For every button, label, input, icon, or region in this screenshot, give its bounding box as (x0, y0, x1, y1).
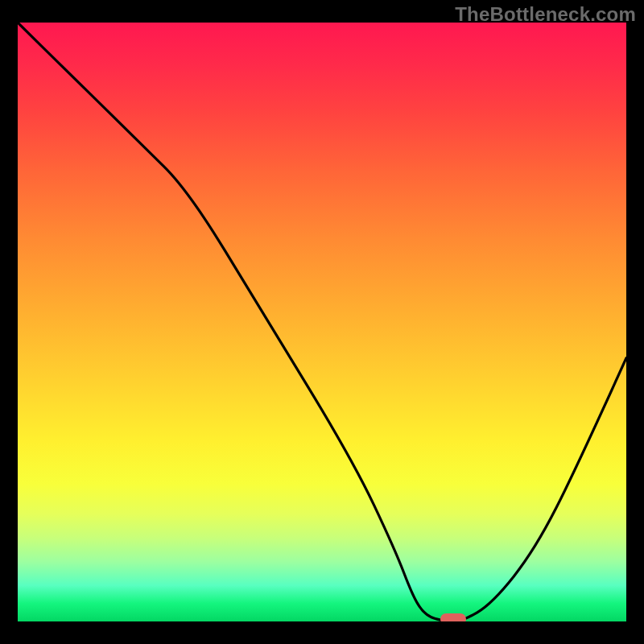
optimal-marker (440, 613, 466, 621)
chart-frame: TheBottleneck.com (0, 0, 644, 644)
curve-path (18, 23, 626, 621)
plot-area (18, 23, 626, 621)
bottleneck-curve (18, 23, 626, 621)
watermark-text: TheBottleneck.com (455, 3, 636, 26)
